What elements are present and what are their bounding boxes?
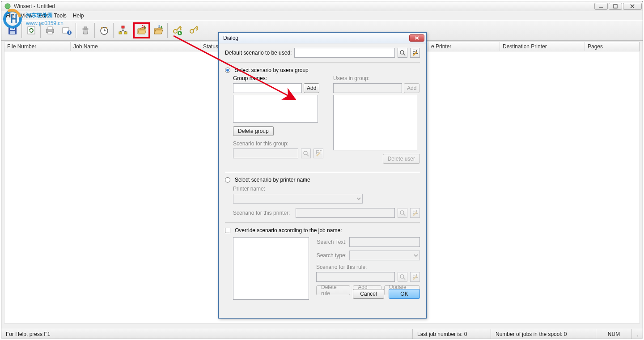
svg-point-52 <box>400 275 404 278</box>
scenario-for-group-field <box>233 149 298 158</box>
col-file-number[interactable]: File Number <box>4 42 71 51</box>
delete-rule-button: Delete rule <box>316 285 350 295</box>
default-scenario-label: Default scenario to be used: <box>225 50 292 56</box>
dialog-close-button[interactable] <box>409 34 424 42</box>
dialog-body: Default scenario to be used: EDIT Select… <box>219 43 426 304</box>
col-pages[interactable]: Pages <box>585 42 640 51</box>
edit-rule-scenario-icon: EDIT <box>410 272 420 282</box>
window-controls <box>594 3 642 10</box>
svg-line-44 <box>403 54 405 55</box>
scenario-for-group-label: Scenario for this group: <box>233 140 288 147</box>
key-play-icon[interactable] <box>169 22 185 38</box>
group-names-label: Group names: <box>233 75 323 81</box>
svg-text:T: T <box>157 25 161 30</box>
search-type-combo <box>349 251 420 260</box>
override-checkbox[interactable] <box>225 228 230 233</box>
browse-group-scenario-icon <box>301 149 311 158</box>
minimize-button[interactable] <box>594 3 608 10</box>
status-last-job: Last job number is: 0 <box>413 329 491 339</box>
svg-rect-9 <box>28 27 35 34</box>
printer-name-label: Printer name: <box>233 186 265 192</box>
search-type-label: Search type: <box>316 252 347 259</box>
menu-help[interactable]: Help <box>70 12 87 20</box>
users-list[interactable] <box>333 95 417 150</box>
maximize-button[interactable] <box>609 3 622 10</box>
search-text-label: Search Text: <box>316 239 347 245</box>
menu-file[interactable]: File <box>3 12 17 20</box>
search-text-field <box>349 237 420 247</box>
svg-rect-7 <box>10 31 15 34</box>
svg-rect-17 <box>84 27 87 28</box>
default-scenario-field[interactable] <box>294 48 395 58</box>
svg-rect-2 <box>614 4 617 8</box>
dialog-title: Dialog <box>220 35 409 41</box>
user-input <box>333 83 402 93</box>
edit-printer-scenario-icon: EDIT <box>410 208 420 218</box>
printer-name-combo <box>233 194 363 204</box>
app-icon <box>4 3 11 10</box>
svg-point-34 <box>190 30 194 33</box>
menubar: File View Edit Tools Help <box>1 11 643 20</box>
clock-icon[interactable] <box>96 22 112 38</box>
group-name-input[interactable] <box>233 83 302 93</box>
browse-rule-scenario-icon <box>398 272 407 282</box>
refresh-icon[interactable] <box>23 22 39 38</box>
print-icon[interactable] <box>42 22 58 38</box>
svg-point-32 <box>174 30 177 33</box>
statusbar: For Help, press F1 Last job number is: 0… <box>1 329 643 339</box>
col-e-printer[interactable]: e Printer <box>428 42 500 51</box>
radio-printer[interactable] <box>225 177 230 183</box>
ok-button[interactable]: OK <box>389 289 420 299</box>
svg-line-50 <box>403 214 405 216</box>
flow-icon[interactable] <box>114 22 131 38</box>
dialog: Dialog Default scenario to be used: EDIT… <box>218 32 427 319</box>
override-label: Override scenario according to the job n… <box>235 227 342 234</box>
scenario-open2-icon[interactable]: T <box>150 22 166 38</box>
menu-edit[interactable]: Edit <box>36 12 51 20</box>
svg-rect-26 <box>124 32 127 34</box>
radio-users-group-label: Select scenario by users group <box>235 67 309 73</box>
save-icon[interactable] <box>4 22 21 38</box>
svg-rect-25 <box>119 32 122 34</box>
svg-point-43 <box>400 51 404 54</box>
radio-users-group[interactable] <box>225 68 230 73</box>
svg-rect-11 <box>48 27 52 30</box>
col-dest-printer[interactable]: Destination Printer <box>500 42 585 51</box>
add-group-button[interactable]: Add <box>304 83 319 93</box>
svg-text:S: S <box>142 25 145 30</box>
delete-user-button: Delete user <box>383 154 420 164</box>
resize-grip[interactable] <box>632 329 643 339</box>
svg-point-46 <box>304 151 307 155</box>
dialog-titlebar: Dialog <box>219 33 426 43</box>
col-job-name[interactable]: Job Name <box>71 42 200 51</box>
scenario-for-printer-field <box>296 208 395 218</box>
svg-text:i: i <box>68 29 70 35</box>
svg-point-49 <box>400 211 404 214</box>
add-user-button: Add <box>404 83 419 93</box>
cancel-button[interactable]: Cancel <box>353 289 384 299</box>
svg-rect-24 <box>122 26 124 28</box>
svg-point-38 <box>637 336 638 336</box>
info-icon[interactable]: i <box>58 22 75 38</box>
menu-view[interactable]: View <box>18 12 35 20</box>
close-button[interactable] <box>623 3 642 10</box>
svg-rect-12 <box>48 32 52 34</box>
browse-scenario-icon[interactable] <box>398 48 407 58</box>
group-names-list[interactable] <box>233 95 318 123</box>
window-title: Winsert - Untitled <box>14 3 594 9</box>
svg-rect-8 <box>13 27 14 29</box>
menu-tools[interactable]: Tools <box>51 12 69 20</box>
key-icon[interactable] <box>185 22 202 38</box>
status-hint: For Help, press F1 <box>1 329 413 339</box>
edit-scenario-icon[interactable]: EDIT <box>410 48 420 58</box>
svg-line-47 <box>307 154 309 156</box>
trash-icon[interactable] <box>77 22 93 38</box>
delete-group-button[interactable]: Delete group <box>233 126 274 136</box>
edit-group-scenario-icon: EDIT <box>314 149 323 158</box>
radio-printer-label: Select scenario by printer name <box>235 177 310 183</box>
users-in-group-label: Users in group: <box>333 75 420 81</box>
status-num: NUM <box>596 329 632 339</box>
svg-point-23 <box>106 27 107 29</box>
browse-printer-scenario-icon <box>398 208 407 218</box>
scenario-open-icon[interactable]: S <box>133 22 150 38</box>
